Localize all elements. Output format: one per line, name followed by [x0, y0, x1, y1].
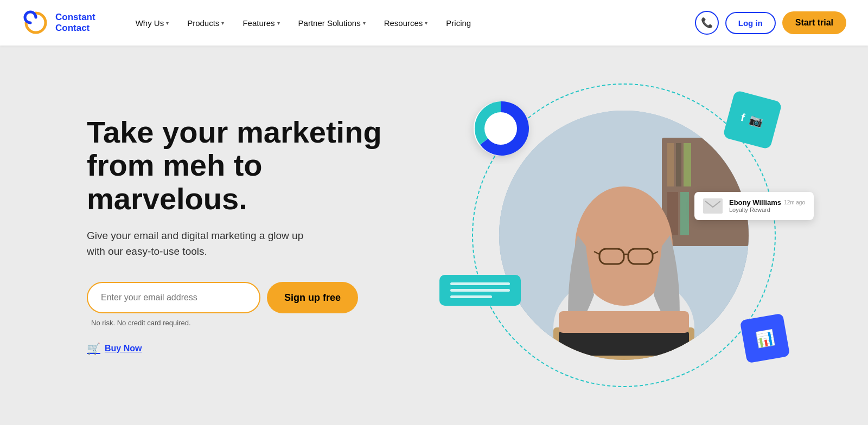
nav-item-pricing[interactable]: Pricing — [438, 13, 478, 33]
nav-item-whyus[interactable]: Why Us ▾ — [128, 13, 177, 33]
no-risk-text: No risk. No credit card required. — [91, 319, 391, 327]
svg-point-19 — [484, 112, 517, 145]
cart-icon: 🛒 — [87, 342, 100, 355]
chat-line — [450, 289, 510, 292]
chevron-down-icon: ▾ — [166, 20, 169, 26]
email-card-envelope-icon — [703, 198, 723, 214]
email-card-body: Ebony Williams 12m ago Loyalty Reward — [729, 198, 805, 213]
navbar: Constant Contact Why Us ▾ Products ▾ Fea… — [0, 0, 868, 46]
phone-button[interactable]: 📞 — [695, 11, 719, 35]
hero-section: Take your marketing from meh to marvelou… — [0, 46, 868, 425]
logo[interactable]: Constant Contact — [22, 9, 95, 37]
email-card-time: 12m ago — [784, 199, 805, 205]
email-notification-card: Ebony Williams 12m ago Loyalty Reward — [694, 192, 814, 220]
chat-line — [450, 282, 510, 285]
logo-text: Constant Contact — [55, 12, 95, 34]
illustration-container: f 📷 Ebony Williams 12m ago Loyalty Rewar… — [456, 67, 792, 403]
svg-rect-20 — [705, 200, 720, 212]
hero-content: Take your marketing from meh to marvelou… — [87, 115, 391, 356]
chevron-down-icon: ▾ — [425, 20, 427, 26]
svg-rect-7 — [680, 192, 689, 235]
hero-heading: Take your marketing from meh to marvelou… — [87, 115, 391, 216]
phone-icon: 📞 — [701, 17, 713, 29]
signup-row: Sign up free — [87, 282, 391, 313]
email-card-subject: Loyalty Reward — [729, 207, 805, 213]
svg-rect-17 — [559, 311, 689, 333]
signup-button[interactable]: Sign up free — [267, 282, 358, 313]
svg-rect-4 — [676, 143, 681, 186]
nav-right: 📞 Log in Start trial — [695, 11, 846, 35]
nav-item-partner-solutions[interactable]: Partner Solutions ▾ — [291, 13, 373, 33]
hero-subtext: Give your email and digital marketing a … — [87, 228, 391, 259]
chat-bubble-widget — [439, 275, 521, 306]
analytics-badge: 📊 — [740, 313, 790, 364]
svg-rect-5 — [684, 143, 691, 186]
email-input[interactable] — [87, 282, 260, 313]
start-trial-button[interactable]: Start trial — [782, 11, 846, 34]
social-icons: f 📷 — [739, 111, 765, 129]
chevron-down-icon: ▾ — [363, 20, 366, 26]
buy-now-link[interactable]: 🛒 Buy Now — [87, 342, 391, 355]
person-image — [499, 111, 749, 360]
nav-item-resources[interactable]: Resources ▾ — [376, 13, 436, 33]
chat-line — [450, 295, 492, 298]
analytics-chart-icon: 📊 — [754, 328, 776, 349]
nav-item-features[interactable]: Features ▾ — [235, 13, 287, 33]
login-button[interactable]: Log in — [725, 12, 776, 34]
svg-rect-3 — [667, 143, 674, 186]
donut-chart-widget — [465, 93, 536, 164]
chevron-down-icon: ▾ — [277, 20, 280, 26]
chevron-down-icon: ▾ — [221, 20, 224, 26]
email-card-name: Ebony Williams — [729, 198, 781, 207]
hero-illustration: f 📷 Ebony Williams 12m ago Loyalty Rewar… — [380, 46, 868, 425]
nav-item-products[interactable]: Products ▾ — [180, 13, 232, 33]
svg-rect-16 — [559, 332, 689, 356]
nav-links: Why Us ▾ Products ▾ Features ▾ Partner S… — [128, 13, 695, 33]
person-circle — [499, 111, 749, 360]
